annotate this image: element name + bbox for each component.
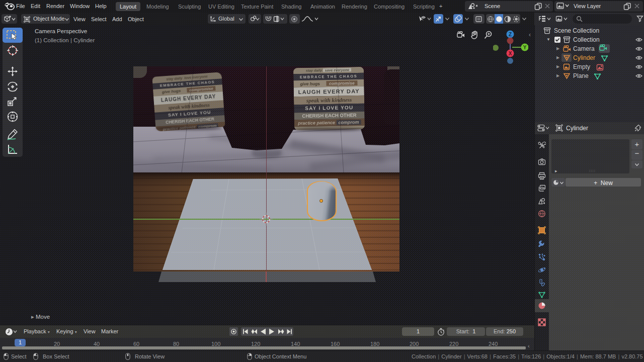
svg-text:Y: Y <box>523 45 527 50</box>
svg-text:X: X <box>509 51 512 56</box>
svg-text:Z: Z <box>509 32 512 37</box>
